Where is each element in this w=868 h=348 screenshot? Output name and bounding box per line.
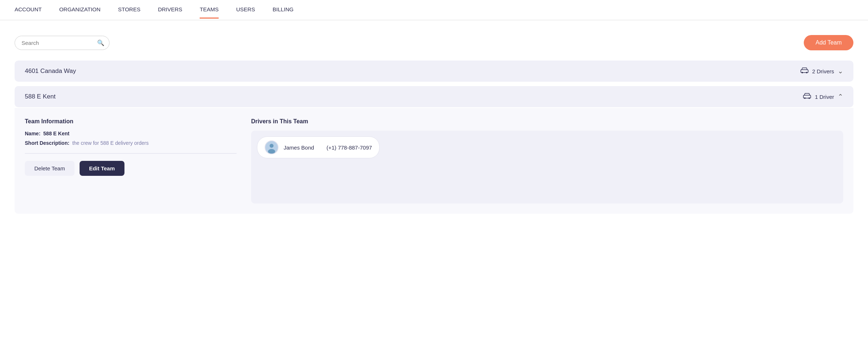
svg-point-2 <box>806 72 807 73</box>
search-wrap: 🔍 <box>15 36 110 50</box>
team-desc-row: Short Description: the crew for 588 E de… <box>25 140 237 146</box>
team-info: Team Information Name: 588 E Kent Short … <box>25 118 237 204</box>
name-label: Name: <box>25 131 41 136</box>
team-row-2[interactable]: 588 E Kent 1 Driver ⌃ <box>15 86 853 107</box>
svg-point-8 <box>268 149 275 154</box>
svg-point-5 <box>809 97 810 99</box>
nav-item-billing[interactable]: BILLING <box>273 1 294 19</box>
driver-name-0: James Bond <box>284 144 314 151</box>
team-1-right: 2 Drivers ⌄ <box>800 67 843 75</box>
drivers-section-title: Drivers in This Team <box>251 118 843 125</box>
team-divider <box>25 153 237 154</box>
driver-card-0: James Bond (+1) 778-887-7097 <box>257 136 380 158</box>
nav-item-users[interactable]: USERS <box>236 1 255 19</box>
team-actions: Delete Team Edit Team <box>25 161 237 176</box>
desc-label: Short Description: <box>25 140 69 146</box>
delete-team-button[interactable]: Delete Team <box>25 161 74 176</box>
team-2-expanded: Team Information Name: 588 E Kent Short … <box>15 108 853 214</box>
drivers-list-area: James Bond (+1) 778-887-7097 <box>251 131 843 204</box>
nav-bar: ACCOUNT ORGANIZATION STORES DRIVERS TEAM… <box>0 0 868 20</box>
team-2-driver-count: 1 Driver <box>815 94 834 100</box>
nav-item-drivers[interactable]: DRIVERS <box>158 1 183 19</box>
name-value: 588 E Kent <box>43 131 70 136</box>
svg-point-4 <box>804 97 806 99</box>
toolbar: 🔍 Add Team <box>15 35 853 50</box>
add-team-button[interactable]: Add Team <box>804 35 853 50</box>
team-2-right: 1 Driver ⌃ <box>803 93 843 101</box>
team-2-name: 588 E Kent <box>25 93 55 100</box>
search-input[interactable] <box>15 36 110 50</box>
chevron-up-icon-2: ⌃ <box>838 93 843 101</box>
svg-point-7 <box>270 144 274 148</box>
nav-item-account[interactable]: ACCOUNT <box>15 1 42 19</box>
team-row-1[interactable]: 4601 Canada Way 2 Drivers ⌄ <box>15 61 853 82</box>
team-1-driver-count: 2 Drivers <box>812 68 834 74</box>
search-icon: 🔍 <box>97 39 104 46</box>
desc-value: the crew for 588 E delivery orders <box>72 140 149 146</box>
edit-team-button[interactable]: Edit Team <box>80 161 124 176</box>
driver-phone-0: (+1) 778-887-7097 <box>326 144 372 151</box>
car-icon-2 <box>803 93 811 101</box>
drivers-section: Drivers in This Team James Bond (+1) 778… <box>251 118 843 204</box>
nav-item-teams[interactable]: TEAMS <box>200 1 219 19</box>
car-icon-1 <box>800 67 809 75</box>
team-name-row: Name: 588 E Kent <box>25 131 237 136</box>
nav-item-organization[interactable]: ORGANIZATION <box>59 1 100 19</box>
team-info-title: Team Information <box>25 118 237 125</box>
chevron-down-icon-1: ⌄ <box>838 67 843 75</box>
main-content: 🔍 Add Team 4601 Canada Way 2 Drivers ⌄ 5… <box>0 20 868 214</box>
driver-avatar-0 <box>265 140 279 154</box>
team-1-name: 4601 Canada Way <box>25 67 76 75</box>
nav-item-stores[interactable]: STORES <box>118 1 140 19</box>
svg-point-1 <box>802 72 803 73</box>
